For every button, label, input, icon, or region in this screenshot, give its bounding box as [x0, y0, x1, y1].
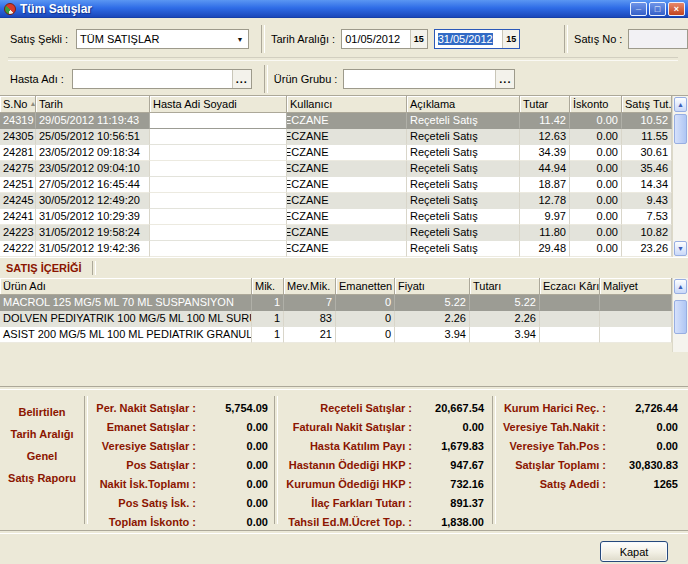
hasta-adi-browse-button[interactable]: ...: [232, 70, 251, 88]
kullanici-value: ECZANE: [287, 225, 329, 240]
column-header[interactable]: Emanetten: [336, 278, 395, 295]
report-type-label-line: Belirtilen: [18, 406, 65, 418]
column-header[interactable]: Mev.Mik.: [284, 278, 336, 295]
scrollbar-thumb[interactable]: [674, 300, 687, 334]
column-header[interactable]: Tutarı: [470, 278, 540, 295]
cell-aciklama: Reçeteli Satış: [407, 177, 520, 193]
titlebar[interactable]: Tüm Satışlar _ □ ×: [0, 0, 688, 18]
table-row[interactable]: 2424530/05/2012 12:49:20ECZANEReçeteli S…: [0, 193, 672, 209]
filter-panel: Satış Şekli : TÜM SATIŞLAR ▼ Tarih Aralı…: [0, 18, 688, 95]
table-row[interactable]: 2428123/05/2012 09:18:34ECZANEReçeteli S…: [0, 145, 672, 161]
chevron-down-icon[interactable]: ▼: [232, 30, 248, 48]
column-header[interactable]: Ürün Adı: [0, 278, 252, 295]
date-to-day-button[interactable]: 15: [502, 30, 519, 48]
cell-sno: 24245: [0, 193, 36, 209]
urun-grubu-field[interactable]: ...: [343, 69, 515, 89]
divider: [564, 25, 568, 53]
table-row[interactable]: MACROL 125 MG/5 ML 70 ML SUSPANSIYON1705…: [0, 295, 672, 311]
column-header-label: Satış Tut.: [625, 96, 671, 112]
cell-tarih: 23/05/2012 09:04:10: [36, 161, 150, 177]
column-header[interactable]: Kullanıcı: [287, 96, 407, 113]
column-header-label: Eczacı Kârı: [543, 278, 599, 294]
summary-label: Kurumun Ödediği HKP :: [278, 475, 420, 493]
column-header[interactable]: Eczacı Kârı: [540, 278, 600, 295]
table-row[interactable]: 2422231/05/2012 19:42:36ECZANEReçeteli S…: [0, 241, 672, 257]
column-header[interactable]: Mik.: [252, 278, 284, 295]
table-row[interactable]: 2430525/05/2012 10:56:51ECZANEReçeteli S…: [0, 129, 672, 145]
cell-fiyati: 2.26: [395, 311, 470, 327]
table-row[interactable]: ASIST 200 MG/5 ML 100 ML PEDIATRIK GRANU…: [0, 327, 672, 343]
table-row[interactable]: DOLVEN PEDIYATRIK 100 MG/5 ML 100 ML SUR…: [0, 311, 672, 327]
kullanici-value: ECZANE: [287, 177, 329, 192]
summary-label: Tahsil Ed.M.Ücret Top. :: [278, 513, 420, 531]
cell-sno: 24275: [0, 161, 36, 177]
table-row[interactable]: 2427523/05/2012 09:04:10ECZANEReçeteli S…: [0, 161, 672, 177]
satis-no-field[interactable]: [628, 29, 688, 49]
minimize-button[interactable]: _: [630, 2, 647, 16]
scroll-up-icon[interactable]: ▲: [674, 97, 687, 112]
scroll-down-icon[interactable]: ▼: [674, 241, 687, 256]
scroll-up-icon[interactable]: ▲: [674, 279, 687, 294]
kapat-button[interactable]: Kapat: [600, 541, 668, 562]
summary-row: Veresiye Satışlar :0.00: [88, 437, 268, 455]
cell-sno: 24222: [0, 241, 36, 257]
column-header[interactable]: Tutar: [520, 96, 570, 113]
column-header-label: Emanetten: [339, 278, 392, 294]
summary-column-1: Per. Nakit Satışlar :5,754.09Emanet Satı…: [88, 390, 274, 530]
sales-table-scrollbar[interactable]: ▲ ▼: [672, 96, 688, 257]
cell-tarih: 31/05/2012 19:42:36: [36, 241, 150, 257]
column-header[interactable]: Tarih: [36, 96, 150, 113]
summary-value: 0.00: [204, 475, 268, 493]
cell-satis-tut: 10.52: [622, 113, 672, 129]
column-header[interactable]: S.No▲: [0, 96, 36, 113]
cell-mev-mik: 83: [284, 311, 336, 327]
close-button[interactable]: ×: [668, 2, 685, 16]
column-header[interactable]: Fiyatı: [395, 278, 470, 295]
cell-tutari: 3.94: [470, 327, 540, 343]
cell-sno: 24223: [0, 225, 36, 241]
cell-tutari: 5.22: [470, 295, 540, 311]
satis-sekli-dropdown[interactable]: TÜM SATIŞLAR ▼: [76, 29, 249, 49]
cell-hasta-adi: [150, 145, 287, 161]
cell-iskonto: 0.00: [570, 129, 622, 145]
date-to-field[interactable]: 31/05/2012 15: [434, 29, 521, 49]
cell-aciklama: Reçeteli Satış: [407, 113, 520, 129]
filter-row-1: Satış Şekli : TÜM SATIŞLAR ▼ Tarih Aralı…: [0, 23, 688, 55]
urun-grubu-browse-button[interactable]: ...: [495, 70, 514, 88]
column-header-label: Açıklama: [410, 96, 455, 112]
scrollbar-thumb[interactable]: [674, 114, 687, 144]
cell-satis-tut: 30.61: [622, 145, 672, 161]
cell-kullanici: ECZANE: [287, 161, 407, 177]
spacer: [0, 352, 688, 386]
column-header-label: Kullanıcı: [290, 96, 332, 112]
cell-tutar: 9.97: [520, 209, 570, 225]
date-from-field[interactable]: 01/05/2012 15: [341, 29, 428, 49]
column-header[interactable]: Açıklama: [407, 96, 520, 113]
column-header[interactable]: Maliyet: [600, 278, 672, 295]
maximize-button[interactable]: □: [649, 2, 666, 16]
divider: [264, 65, 268, 93]
table-row[interactable]: 2425127/05/2012 16:45:44ECZANEReçeteli S…: [0, 177, 672, 193]
satis-sekli-label: Satış Şekli :: [10, 33, 68, 45]
summary-row: Pos Satışlar :0.00: [88, 456, 268, 474]
column-header[interactable]: Hasta Adi Soyadi: [150, 96, 287, 113]
cell-tarih: 31/05/2012 10:29:39: [36, 209, 150, 225]
satis-no-label: Satış No :: [574, 33, 622, 45]
cell-tutar: 18.87: [520, 177, 570, 193]
column-header[interactable]: İskonto: [570, 96, 622, 113]
hasta-adi-field[interactable]: ...: [72, 69, 252, 89]
content-table: Ürün AdıMik.Mev.Mik.EmanettenFiyatıTutar…: [0, 278, 688, 352]
column-header[interactable]: Satış Tut.: [622, 96, 672, 113]
date-from-day-button[interactable]: 15: [410, 30, 427, 48]
summary-value: 1,838.00: [420, 513, 484, 531]
satis-icerigi-title: SATIŞ İÇERİĞİ: [6, 262, 82, 274]
content-table-scrollbar[interactable]: ▲: [672, 278, 688, 352]
cell-kullanici: ECZANE: [287, 225, 407, 241]
table-row[interactable]: 2431929/05/2012 11:19:43ECZANEReçeteli S…: [0, 113, 672, 129]
table-row[interactable]: 2422331/05/2012 19:58:24ECZANEReçeteli S…: [0, 225, 672, 241]
table-row[interactable]: 2424131/05/2012 10:29:39ECZANEReçeteli S…: [0, 209, 672, 225]
summary-value: 0.00: [204, 494, 268, 512]
cell-kullanici: ECZANE: [287, 209, 407, 225]
divider: [92, 261, 96, 275]
cell-hasta-adi: [150, 113, 287, 129]
